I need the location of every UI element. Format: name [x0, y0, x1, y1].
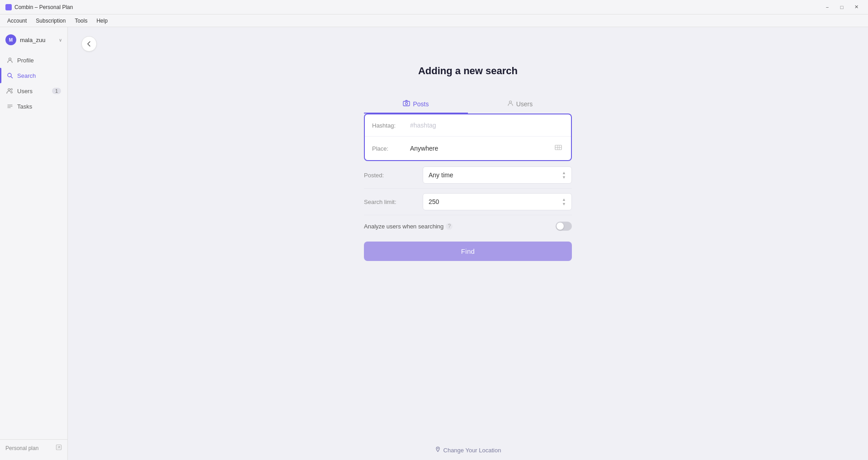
menu-tools[interactable]: Tools	[71, 16, 91, 25]
sidebar-item-users[interactable]: Users 1	[0, 83, 67, 99]
form-area: Adding a new search Posts	[68, 56, 868, 440]
avatar: M	[5, 34, 16, 45]
account-switcher[interactable]: M mala_zuu ∨	[0, 31, 67, 49]
main-footer[interactable]: Change Your Location	[68, 440, 868, 460]
svg-point-4	[11, 89, 13, 90]
search-limit-row: Search limit: 250 ▲▼	[364, 189, 572, 215]
menu-subscription[interactable]: Subscription	[32, 16, 69, 25]
window-controls: − □ ✕	[821, 2, 863, 12]
posted-select[interactable]: Any time ▲▼	[423, 166, 572, 184]
app-body: M mala_zuu ∨ Profile	[0, 27, 868, 460]
search-limit-value: 250	[429, 198, 439, 205]
app-icon	[5, 4, 12, 10]
minimize-button[interactable]: −	[821, 2, 834, 12]
main-header	[68, 27, 868, 56]
titlebar: Combin – Personal Plan − □ ✕	[0, 0, 868, 14]
close-button[interactable]: ✕	[850, 2, 863, 12]
sidebar-footer: Personal plan	[0, 439, 67, 456]
posted-row: Posted: Any time ▲▼	[364, 162, 572, 189]
tab-posts[interactable]: Posts	[364, 95, 468, 114]
camera-icon	[403, 100, 410, 108]
find-button[interactable]: Find	[364, 242, 572, 261]
chevron-down-icon: ∨	[59, 38, 62, 43]
export-icon[interactable]	[56, 444, 62, 452]
sidebar-label-profile: Profile	[17, 57, 34, 64]
plan-label: Personal plan	[5, 445, 38, 451]
tab-users-label: Users	[516, 100, 533, 108]
menu-account[interactable]: Account	[4, 16, 30, 25]
place-row: Place:	[365, 137, 571, 160]
select-arrows-icon2: ▲▼	[562, 197, 566, 206]
account-inner: M mala_zuu	[5, 34, 45, 45]
main-content-area: Adding a new search Posts	[68, 27, 868, 460]
sidebar-nav: Profile Search	[0, 52, 67, 439]
sidebar-label-search: Search	[17, 72, 36, 79]
menu-help[interactable]: Help	[93, 16, 111, 25]
users-badge: 1	[52, 88, 61, 94]
tab-users[interactable]: Users	[468, 95, 572, 114]
search-limit-label: Search limit:	[364, 199, 423, 205]
svg-line-2	[11, 76, 12, 78]
sidebar: M mala_zuu ∨ Profile	[0, 27, 68, 460]
user-icon	[507, 100, 514, 108]
place-map-button[interactable]	[553, 143, 564, 154]
posted-label: Posted:	[364, 172, 423, 179]
person-icon	[6, 57, 14, 64]
analyze-label: Analyze users when searching ?	[364, 223, 556, 230]
svg-rect-10	[403, 101, 410, 106]
toggle-knob	[557, 223, 564, 230]
analyze-help-icon[interactable]: ?	[446, 223, 453, 230]
maximize-button[interactable]: □	[835, 2, 848, 12]
tasks-icon	[6, 103, 14, 110]
svg-point-12	[509, 101, 511, 103]
search-icon	[6, 72, 14, 79]
place-label: Place:	[372, 145, 408, 152]
outer-form: Posted: Any time ▲▼ Search limit: 250 ▲▼	[364, 162, 572, 235]
sidebar-label-tasks: Tasks	[17, 103, 32, 110]
sidebar-item-tasks[interactable]: Tasks	[0, 99, 67, 114]
analyze-toggle[interactable]	[556, 222, 572, 231]
back-button[interactable]	[81, 36, 97, 52]
posted-value: Any time	[429, 171, 453, 179]
location-icon	[435, 446, 441, 454]
tabs: Posts Users	[364, 95, 572, 114]
analyze-row: Analyze users when searching ?	[364, 217, 572, 235]
sidebar-item-profile[interactable]: Profile	[0, 52, 67, 68]
page-title: Adding a new search	[418, 65, 518, 77]
account-name: mala_zuu	[20, 37, 45, 43]
svg-point-17	[437, 448, 438, 449]
tab-posts-label: Posts	[413, 100, 429, 108]
app-title: Combin – Personal Plan	[5, 4, 73, 10]
place-input[interactable]	[408, 144, 553, 153]
hashtag-row: Hashtag:	[365, 114, 571, 137]
menubar: Account Subscription Tools Help	[0, 14, 868, 27]
svg-point-11	[406, 103, 408, 105]
hashtag-input[interactable]	[408, 121, 564, 130]
svg-point-0	[9, 58, 11, 60]
search-limit-select[interactable]: 250 ▲▼	[423, 193, 572, 210]
people-icon	[6, 87, 14, 95]
select-arrows-icon: ▲▼	[562, 171, 566, 180]
search-form-card: Hashtag: Place:	[364, 114, 572, 161]
hashtag-label: Hashtag:	[372, 122, 408, 129]
sidebar-label-users: Users	[17, 88, 33, 95]
change-location-label: Change Your Location	[443, 447, 501, 454]
sidebar-item-search[interactable]: Search	[0, 68, 67, 83]
svg-point-3	[8, 89, 10, 90]
